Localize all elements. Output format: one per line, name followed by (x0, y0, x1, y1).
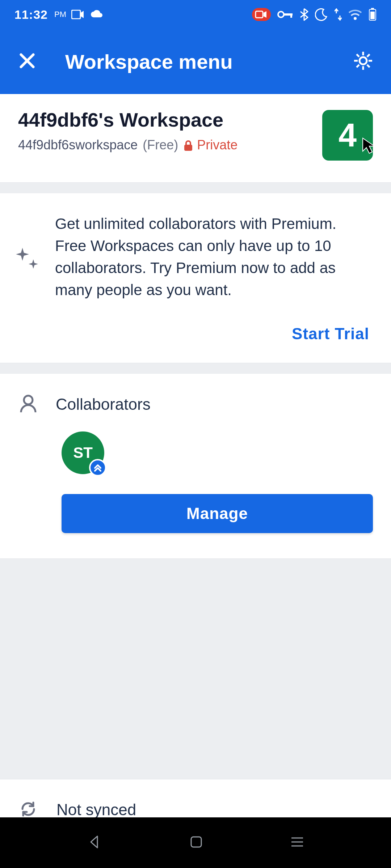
data-updown-icon (335, 8, 342, 21)
svg-line-15 (357, 54, 359, 57)
status-bar: 11:32PM (0, 0, 391, 29)
record-indicator-icon (252, 8, 271, 21)
svg-point-3 (278, 12, 284, 17)
workspace-subline: 44f9dbf6sworkspace (Free) Private (18, 137, 315, 153)
collaborator-avatar[interactable]: ST (62, 431, 104, 474)
system-nav-bar (0, 817, 391, 868)
promo-action-row: Start Trial (0, 321, 391, 363)
sparkle-icon (14, 213, 40, 301)
svg-point-6 (354, 17, 357, 20)
svg-rect-9 (370, 12, 375, 19)
workspace-name: 44f9dbf6's Workspace (18, 109, 315, 131)
svg-line-16 (367, 65, 370, 67)
manage-button[interactable]: Manage (62, 494, 373, 533)
wifi-icon (348, 9, 362, 20)
page-title: Workspace menu (65, 50, 233, 73)
collaborators-title: Collaborators (56, 395, 151, 413)
dnd-moon-icon (315, 8, 328, 21)
lock-icon (183, 137, 193, 153)
collaborators-header: Collaborators (18, 393, 373, 415)
workspace-badge-digit: 4 (339, 117, 357, 154)
cloud-icon (89, 9, 104, 20)
svg-rect-1 (252, 8, 271, 21)
premium-promo-text: Get unlimited collaborators with Premium… (55, 213, 371, 301)
status-time: 11:32 (14, 8, 48, 22)
app-bar: Workspace menu (0, 29, 391, 94)
video-icon (71, 10, 84, 19)
status-period: PM (54, 10, 66, 19)
person-icon (18, 393, 38, 415)
workspace-privacy: Private (183, 137, 237, 153)
battery-icon (369, 8, 377, 21)
empty-area (0, 558, 391, 779)
section-divider (0, 363, 391, 374)
cursor-icon (361, 126, 376, 163)
premium-promo: Get unlimited collaborators with Premium… (0, 193, 391, 321)
sync-status: Not synced (56, 801, 136, 819)
avatar-initials: ST (73, 444, 93, 461)
chevron-up-double-icon (89, 459, 106, 476)
status-right (252, 8, 377, 21)
svg-line-17 (367, 54, 370, 57)
svg-point-20 (24, 396, 33, 404)
svg-point-10 (360, 57, 367, 64)
vpn-key-icon (277, 10, 293, 19)
collaborators-section: Collaborators ST Manage (0, 374, 391, 558)
nav-recent-icon[interactable] (290, 836, 304, 850)
close-icon[interactable] (18, 52, 43, 71)
svg-rect-21 (191, 837, 201, 847)
svg-rect-19 (184, 145, 192, 151)
workspace-avatar[interactable]: 4 (322, 110, 373, 161)
nav-home-icon[interactable] (189, 835, 203, 851)
collaborators-avatars: ST (18, 431, 373, 474)
nav-back-icon[interactable] (87, 834, 102, 851)
section-divider (0, 182, 391, 193)
bluetooth-icon (300, 8, 308, 21)
svg-rect-0 (72, 10, 80, 19)
status-left: 11:32PM (14, 8, 104, 22)
svg-rect-8 (371, 8, 374, 9)
gear-icon[interactable] (353, 51, 373, 72)
start-trial-button[interactable]: Start Trial (292, 325, 369, 342)
workspace-header: 44f9dbf6's Workspace 44f9dbf6sworkspace … (0, 94, 391, 182)
svg-line-18 (357, 65, 359, 67)
workspace-privacy-label: Private (197, 137, 237, 153)
workspace-slug: 44f9dbf6sworkspace (18, 137, 138, 153)
svg-rect-5 (290, 13, 292, 18)
workspace-plan: (Free) (143, 137, 178, 153)
